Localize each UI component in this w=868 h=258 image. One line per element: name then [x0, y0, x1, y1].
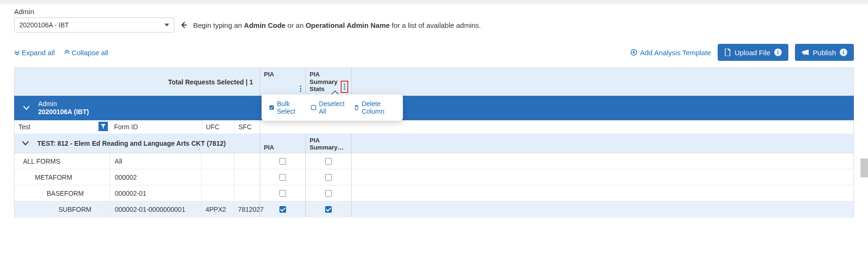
row-sfc: [234, 153, 260, 169]
svg-point-5: [344, 86, 345, 87]
col-ufc-header: UFC: [206, 123, 220, 131]
add-analysis-template-link[interactable]: Add Analysis Template: [631, 49, 711, 57]
expand-all-label: Expand all: [22, 49, 55, 57]
info-icon: i: [774, 49, 782, 56]
chevron-down-icon[interactable]: [22, 140, 29, 147]
row-label: BASEFORM: [38, 185, 110, 201]
pia-summary-checkbox[interactable]: [325, 190, 332, 197]
total-requests-label: Total Requests Selected | 1: [15, 68, 260, 96]
col-sfc-header: SFC: [238, 123, 252, 131]
row-sfc: [234, 185, 260, 201]
filter-icon[interactable]: [98, 122, 108, 131]
trash-icon: [354, 104, 359, 111]
test-group-title: TEST: 812 - Elem Ed Reading and Language…: [37, 140, 226, 147]
pia-summary-checkbox[interactable]: [325, 206, 332, 213]
delete-column-label: Delete Column: [361, 100, 395, 115]
col-pia-menu-button[interactable]: [299, 84, 303, 93]
back-arrow-icon[interactable]: [180, 21, 188, 29]
row-formid: 000002: [110, 169, 202, 185]
svg-rect-8: [311, 105, 315, 109]
svg-point-2: [300, 88, 301, 89]
add-analysis-template-label: Add Analysis Template: [640, 49, 711, 57]
pia-summary-checkbox[interactable]: [325, 158, 332, 165]
admin-label: Admin: [14, 8, 854, 16]
bulk-select-option[interactable]: Bulk Select: [269, 100, 303, 115]
row-ufc: [202, 169, 234, 185]
pia-checkbox[interactable]: [279, 158, 286, 165]
publish-label: Publish: [813, 49, 836, 57]
column-menu-popover: Bulk Select Deselect All Delete Column: [262, 94, 403, 121]
info-icon: i: [840, 49, 847, 56]
admin-select[interactable]: 20200106A - IBT: [14, 17, 174, 33]
svg-point-4: [344, 83, 345, 85]
upload-file-button[interactable]: Upload File i: [718, 44, 788, 61]
table-row: METAFORM000002: [14, 169, 854, 185]
admin-select-value: 20200106A - IBT: [19, 21, 69, 29]
chevron-down-icon[interactable]: [23, 104, 30, 112]
svg-point-6: [344, 88, 345, 90]
delete-column-option[interactable]: Delete Column: [354, 100, 395, 115]
scrollbar-thumb[interactable]: [860, 158, 868, 177]
pia-checkbox[interactable]: [279, 206, 286, 213]
row-label: METAFORM: [26, 169, 110, 185]
svg-point-3: [300, 90, 301, 92]
row-ufc: [202, 185, 234, 201]
col-pia-title: PIA: [264, 71, 302, 78]
deselect-all-label: Deselect All: [319, 100, 346, 115]
publish-button[interactable]: Publish i: [795, 44, 854, 61]
row-sfc: 7812027: [234, 201, 260, 217]
expand-all-link[interactable]: Expand all: [14, 49, 55, 57]
deselect-all-option[interactable]: Deselect All: [311, 100, 346, 115]
row-formid: 000002-01: [110, 185, 202, 201]
row-ufc: [202, 153, 234, 169]
collapse-all-label: Collapse all: [72, 49, 108, 57]
col-test-header: Test: [18, 123, 31, 131]
col-pia-summary-menu-button[interactable]: [341, 81, 348, 93]
admin-helper-text: Begin typing an Admin Code or an Operati…: [193, 21, 481, 29]
checkbox-checked-icon: [269, 104, 274, 111]
admin-band-line1: Admin: [38, 100, 89, 108]
checkbox-empty-icon: [311, 104, 316, 111]
table-row: BASEFORM000002-01: [14, 185, 854, 201]
megaphone-icon: [802, 49, 809, 56]
chevron-down-icon: [164, 24, 169, 26]
header-band: Total Requests Selected | 1 PIA PIA Summ…: [14, 67, 854, 96]
table-row: SUBFORM000002-01-00000000014PPX27812027: [14, 201, 854, 217]
file-icon: [724, 49, 731, 56]
col-formid-header: Form ID: [114, 123, 138, 131]
row-label: SUBFORM: [50, 201, 110, 217]
row-formid: All: [110, 153, 202, 169]
upload-file-label: Upload File: [735, 49, 770, 57]
admin-band-line2: 20200106A (IBT): [38, 108, 89, 117]
svg-point-1: [300, 85, 301, 87]
collapse-all-link[interactable]: Collapse all: [64, 49, 108, 57]
test-col-pia-summary-header: PIA Summary…: [306, 133, 352, 153]
pia-checkbox[interactable]: [279, 190, 286, 197]
row-label: ALL FORMS: [15, 153, 110, 169]
test-col-pia-header: PIA: [260, 133, 306, 153]
pia-checkbox[interactable]: [279, 174, 286, 181]
row-formid: 000002-01-0000000001: [110, 201, 202, 217]
row-sfc: [234, 169, 260, 185]
table-row: ALL FORMSAll: [14, 153, 854, 169]
row-ufc: 4PPX2: [202, 201, 234, 217]
admin-group-band: Admin 20200106A (IBT): [14, 96, 854, 120]
bulk-select-label: Bulk Select: [277, 100, 303, 115]
pia-summary-checkbox[interactable]: [325, 174, 332, 181]
